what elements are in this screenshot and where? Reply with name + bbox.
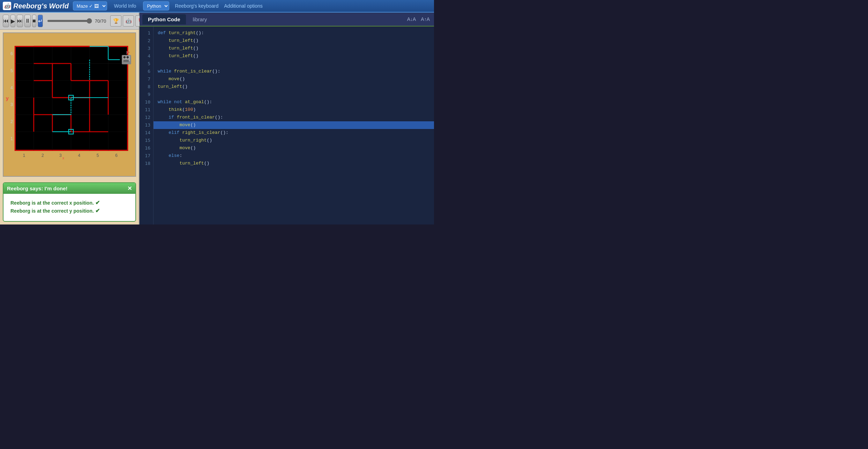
line-number-3: 3: [140, 45, 153, 52]
message-line-2: Reeborg is at the correct y position. ✔: [10, 207, 128, 214]
line-number-17: 17: [140, 152, 153, 160]
svg-text:6: 6: [10, 51, 13, 56]
speed-slider[interactable]: [47, 20, 92, 22]
svg-text:3: 3: [10, 102, 13, 107]
line-number-10: 10: [140, 98, 153, 106]
line-number-4: 4: [140, 52, 153, 60]
line-number-18: 18: [140, 160, 153, 167]
maze-dropdown[interactable]: Maze ✓ 🖼: [73, 1, 107, 10]
message-content: Reeborg is at the correct x position. ✔ …: [3, 194, 135, 221]
line-number-16: 16: [140, 144, 153, 152]
svg-text:2: 2: [42, 153, 44, 158]
line-number-2: 2: [140, 37, 153, 45]
tab-python-code[interactable]: Python Code: [142, 14, 186, 24]
line-number-1: 1: [140, 29, 153, 37]
back-button[interactable]: ↵: [38, 15, 43, 27]
keyboard-link[interactable]: Reeborg's keyboard: [175, 3, 218, 9]
controls-bar: ⏮ ▶ ⏭ ⏸ ■ ↵ 70/70 🏆 🤖 🚩 🗓: [0, 13, 139, 30]
speed-display: 70/70: [95, 18, 106, 24]
svg-text:x: x: [62, 156, 64, 160]
line-number-6: 6: [140, 68, 153, 75]
line-number-8: 8: [140, 83, 153, 91]
code-content[interactable]: def turn_right(): turn_left() turn_left(…: [154, 26, 434, 224]
code-line-2[interactable]: turn_left(): [154, 37, 434, 45]
svg-text:1: 1: [23, 153, 25, 158]
line-number-13: 13: [140, 121, 153, 129]
line-number-5: 5: [140, 60, 153, 68]
code-line-8[interactable]: turn_left(): [154, 83, 434, 91]
code-line-9[interactable]: [154, 91, 434, 98]
line-numbers: 123456789101112131415161718: [140, 26, 154, 224]
robot-icon: 🤖: [3, 2, 11, 10]
svg-rect-41: [124, 60, 129, 62]
message-box: Reeborg says: I'm done! ✕ Reeborg is at …: [3, 182, 136, 222]
svg-text:4: 4: [10, 85, 13, 90]
code-line-18[interactable]: turn_left(): [154, 160, 434, 167]
line-number-15: 15: [140, 137, 153, 144]
font-decrease-button[interactable]: A↓A: [406, 16, 418, 23]
svg-text:5: 5: [97, 153, 99, 158]
code-line-10[interactable]: while not at_goal():: [154, 98, 434, 106]
app-title: Reeborg's World: [13, 2, 69, 10]
message-header: Reeborg says: I'm done! ✕: [3, 183, 135, 194]
editor-tabs: Python Code library A↓A A↑A: [140, 13, 434, 26]
checkmark-y: ✔: [95, 207, 100, 214]
font-controls: A↓A A↑A: [406, 16, 431, 23]
code-line-11[interactable]: think(100): [154, 106, 434, 114]
app-logo: 🤖 Reeborg's World: [3, 2, 69, 10]
play-button[interactable]: ▶: [10, 15, 15, 27]
line-number-14: 14: [140, 129, 153, 137]
options-link[interactable]: Additional options: [224, 3, 263, 9]
line-number-9: 9: [140, 91, 153, 98]
message-line-2-text: Reeborg is at the correct y position.: [10, 208, 94, 214]
code-line-7[interactable]: move(): [154, 75, 434, 83]
world-canvas: y: [3, 32, 136, 177]
stop-button[interactable]: ■: [32, 15, 36, 27]
main-layout: ⏮ ▶ ⏭ ⏸ ■ ↵ 70/70 🏆 🤖 🚩 🗓 y: [0, 13, 434, 224]
code-line-6[interactable]: while front_is_clear():: [154, 68, 434, 75]
message-line-1-text: Reeborg is at the correct x position.: [10, 200, 94, 206]
svg-text:2: 2: [10, 119, 13, 124]
code-line-16[interactable]: move(): [154, 144, 434, 152]
trophy-button[interactable]: 🏆: [110, 15, 121, 26]
speed-control: 70/70: [47, 18, 106, 24]
first-button[interactable]: ⏮: [3, 15, 9, 27]
robot-button[interactable]: 🤖: [123, 15, 134, 26]
code-line-17[interactable]: else:: [154, 152, 434, 160]
code-area[interactable]: 123456789101112131415161718 def turn_rig…: [140, 26, 434, 224]
message-title: Reeborg says: I'm done!: [7, 185, 68, 191]
line-number-11: 11: [140, 106, 153, 114]
code-line-12[interactable]: if front_is_clear():: [154, 114, 434, 121]
maze-svg: 6 5 4 3 2 1 y 1 2 3 x 4 5 6: [3, 33, 135, 176]
code-line-3[interactable]: turn_left(): [154, 45, 434, 52]
step-button[interactable]: ⏭: [17, 15, 23, 27]
code-line-15[interactable]: turn_right(): [154, 137, 434, 144]
left-panel: ⏮ ▶ ⏭ ⏸ ■ ↵ 70/70 🏆 🤖 🚩 🗓 y: [0, 13, 140, 224]
tab-library[interactable]: library: [187, 14, 213, 24]
line-number-12: 12: [140, 114, 153, 121]
svg-text:y: y: [6, 96, 9, 101]
svg-text:6: 6: [115, 153, 118, 158]
svg-text:4: 4: [78, 153, 80, 158]
world-info-link[interactable]: World Info: [113, 2, 138, 9]
python-dropdown[interactable]: Python: [143, 1, 169, 10]
code-line-1[interactable]: def turn_right():: [154, 29, 434, 37]
right-panel: Python Code library A↓A A↑A 123456789101…: [140, 13, 434, 224]
svg-text:3: 3: [59, 153, 62, 158]
code-line-4[interactable]: turn_left(): [154, 52, 434, 60]
svg-text:1: 1: [10, 136, 13, 141]
message-close-button[interactable]: ✕: [127, 185, 132, 192]
message-line-1: Reeborg is at the correct x position. ✔: [10, 199, 128, 206]
line-number-7: 7: [140, 75, 153, 83]
code-line-13[interactable]: move(): [154, 121, 434, 129]
code-line-5[interactable]: [154, 60, 434, 68]
svg-point-40: [126, 56, 129, 59]
font-increase-button[interactable]: A↑A: [419, 16, 431, 23]
svg-text:5: 5: [10, 68, 13, 73]
header: 🤖 Reeborg's World Maze ✓ 🖼 World Info Py…: [0, 0, 434, 13]
svg-point-39: [124, 56, 126, 59]
pause-button[interactable]: ⏸: [24, 15, 31, 27]
checkmark-x: ✔: [95, 199, 100, 206]
code-line-14[interactable]: elif right_is_clear():: [154, 129, 434, 137]
